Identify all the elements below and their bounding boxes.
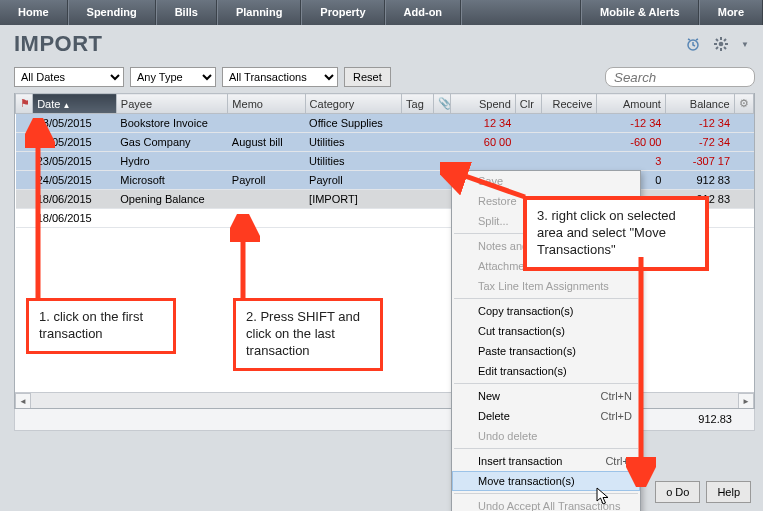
cell (515, 133, 541, 152)
cell: 23/05/2015 (33, 152, 117, 171)
cell: [IMPORT] (305, 190, 402, 209)
cell (734, 190, 753, 209)
col-spend[interactable]: Spend (451, 94, 515, 114)
ctx-separator (454, 493, 638, 494)
cell (434, 133, 451, 152)
col-memo[interactable]: Memo (228, 94, 305, 114)
col-balance[interactable]: Balance (665, 94, 734, 114)
nav-addon[interactable]: Add-on (385, 0, 461, 25)
cell: Opening Balance (116, 190, 228, 209)
cell (734, 209, 753, 228)
cell (734, 152, 753, 171)
cell (434, 114, 451, 133)
col-attachment[interactable]: 📎 (434, 94, 451, 114)
shortcut-label: Ctrl+I (605, 455, 632, 467)
cell (434, 171, 451, 190)
table-row[interactable]: 23/05/2015HydroUtilities3-307 17 (16, 152, 754, 171)
gear-icon[interactable] (713, 36, 729, 52)
balance-bar: 912.83 (14, 409, 755, 431)
cell: 18/06/2015 (33, 190, 117, 209)
bottom-buttons: o Do Help (655, 481, 751, 503)
cell: Payroll (228, 171, 305, 190)
top-nav: Home Spending Bills Planning Property Ad… (0, 0, 763, 25)
table-row[interactable]: 23/05/2015Bookstore InvoiceOffice Suppli… (16, 114, 754, 133)
cell (541, 114, 597, 133)
cell (305, 209, 402, 228)
col-tag[interactable]: Tag (402, 94, 434, 114)
filter-bar: All Dates Any Type All Transactions Rese… (0, 67, 763, 93)
reminder-icon[interactable] (685, 36, 701, 52)
cell (228, 114, 305, 133)
reset-button[interactable]: Reset (344, 67, 391, 87)
col-payee[interactable]: Payee (116, 94, 228, 114)
scroll-right-button[interactable]: ► (738, 393, 754, 409)
cell (228, 190, 305, 209)
help-button[interactable]: Help (706, 481, 751, 503)
annotation-1: 1. click on the first transaction (26, 298, 176, 354)
nav-bills[interactable]: Bills (156, 0, 217, 25)
cell (16, 171, 33, 190)
ctx-delete[interactable]: DeleteCtrl+D (452, 406, 640, 426)
ctx-move-transactions[interactable]: Move transaction(s) (452, 471, 640, 491)
cell (734, 114, 753, 133)
col-settings[interactable]: ⚙ (734, 94, 753, 114)
cell: August bill (228, 133, 305, 152)
filter-dates[interactable]: All Dates (14, 67, 124, 87)
ctx-cut[interactable]: Cut transaction(s) (452, 321, 640, 341)
grid-header: ⚑ Date▲ Payee Memo Category Tag 📎 Spend … (16, 94, 754, 114)
cell: 23/05/2015 (33, 133, 117, 152)
dropdown-arrow-icon[interactable]: ▼ (741, 40, 749, 49)
nav-mobile-alerts[interactable]: Mobile & Alerts (581, 0, 699, 25)
nav-spacer (461, 0, 581, 25)
svg-point-1 (719, 42, 724, 47)
cell (451, 152, 515, 171)
cell (541, 152, 597, 171)
cell: -12 34 (665, 114, 734, 133)
ctx-new[interactable]: NewCtrl+N (452, 386, 640, 406)
search-input[interactable] (605, 67, 755, 87)
cell (434, 190, 451, 209)
col-category[interactable]: Category (305, 94, 402, 114)
cell: Bookstore Invoice (116, 114, 228, 133)
title-bar: IMPORT ▼ (0, 25, 763, 67)
table-row[interactable]: 23/05/2015Gas CompanyAugust billUtilitie… (16, 133, 754, 152)
todo-button[interactable]: o Do (655, 481, 700, 503)
nav-home[interactable]: Home (0, 0, 68, 25)
nav-property[interactable]: Property (301, 0, 384, 25)
ctx-insert[interactable]: Insert transactionCtrl+I (452, 451, 640, 471)
filter-transactions[interactable]: All Transactions (222, 67, 338, 87)
cell (402, 114, 434, 133)
ctx-paste[interactable]: Paste transaction(s) (452, 341, 640, 361)
col-receive[interactable]: Receive (541, 94, 597, 114)
col-flag[interactable]: ⚑ (16, 94, 33, 114)
filter-type[interactable]: Any Type (130, 67, 216, 87)
table-row[interactable]: 24/05/2015MicrosoftPayrollPayroll0912 83 (16, 171, 754, 190)
col-date[interactable]: Date▲ (33, 94, 117, 114)
nav-planning[interactable]: Planning (217, 0, 301, 25)
cell (734, 133, 753, 152)
nav-more[interactable]: More (699, 0, 763, 25)
ctx-copy[interactable]: Copy transaction(s) (452, 301, 640, 321)
cell (228, 209, 305, 228)
cell: Microsoft (116, 171, 228, 190)
gear-icon: ⚙ (739, 97, 749, 109)
cell: 24/05/2015 (33, 171, 117, 190)
shortcut-label: Ctrl+D (601, 410, 632, 422)
nav-spending[interactable]: Spending (68, 0, 156, 25)
ctx-separator (454, 383, 638, 384)
col-clr[interactable]: Clr (515, 94, 541, 114)
ctx-undo-delete: Undo delete (452, 426, 640, 446)
cell: Utilities (305, 152, 402, 171)
page-title: IMPORT (14, 31, 103, 57)
cell (402, 190, 434, 209)
cell (402, 133, 434, 152)
col-amount[interactable]: Amount (597, 94, 666, 114)
cell (734, 171, 753, 190)
cell: Payroll (305, 171, 402, 190)
annotation-3: 3. right click on selected area and sele… (523, 196, 709, 271)
cell (228, 152, 305, 171)
ctx-undo-accept: Undo Accept All Transactions (452, 496, 640, 511)
ctx-edit[interactable]: Edit transaction(s) (452, 361, 640, 381)
scroll-left-button[interactable]: ◄ (15, 393, 31, 409)
horizontal-scrollbar[interactable]: ◄ ► (15, 392, 754, 408)
